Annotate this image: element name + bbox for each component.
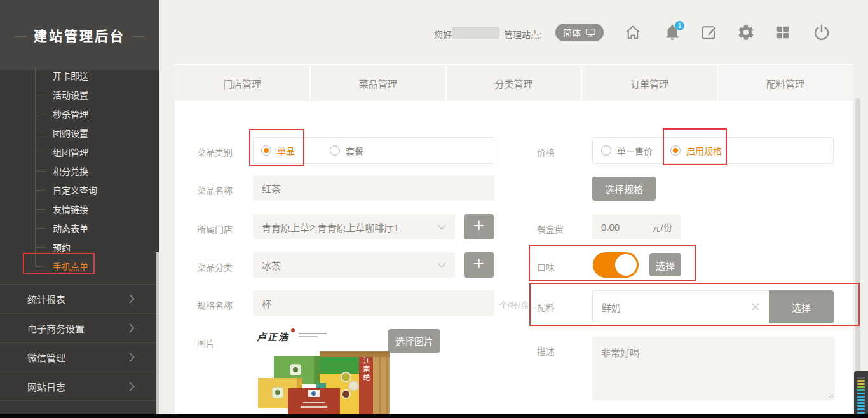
browser-extension-widget[interactable] xyxy=(854,371,868,418)
flavor-toggle[interactable] xyxy=(593,252,639,278)
tab-ingredient-management[interactable]: 配料管理 xyxy=(717,65,853,101)
radio-single-item[interactable]: 单品 xyxy=(261,138,295,163)
wooden-crate-lid xyxy=(320,351,390,357)
sidebar-item-seckill-management[interactable]: 秒杀管理 xyxy=(35,107,88,120)
sidebar-item-label: 友情链接 xyxy=(53,203,88,215)
spec-name-input[interactable] xyxy=(253,290,494,316)
ingredient-input[interactable]: 鲜奶 xyxy=(592,290,769,323)
sidebar-item-mobile-ordering[interactable]: 手机点单 xyxy=(35,260,88,273)
spec-name-label: 规格名称 xyxy=(197,299,233,311)
panel-text: 江南 xyxy=(361,357,371,374)
dish-name-input[interactable] xyxy=(253,175,494,201)
sidebar-group-site-log[interactable]: 网站日志 xyxy=(0,372,159,401)
widget-bar xyxy=(857,383,865,385)
ingredient-label: 配料 xyxy=(537,300,555,313)
resize-handle[interactable] xyxy=(827,393,834,399)
page-scrollbar[interactable] xyxy=(855,98,860,414)
crate-red-panel: 江南绝 xyxy=(359,357,373,414)
power-icon[interactable] xyxy=(813,24,831,41)
username-redacted xyxy=(452,27,499,39)
tree-tick xyxy=(35,247,45,248)
widget-bar xyxy=(857,386,865,388)
sidebar-group-statistics-report[interactable]: 统计报表 xyxy=(0,284,159,313)
brand-calligraphy-text: 卢正浩 xyxy=(257,330,289,343)
tab-store-management[interactable]: 门店管理 xyxy=(175,65,309,101)
dish-class-add-button[interactable]: + xyxy=(464,252,494,278)
sidebar-item-reservation[interactable]: 预约 xyxy=(35,241,71,253)
widget-bar xyxy=(857,393,865,394)
tab-category-management[interactable]: 分类管理 xyxy=(445,65,581,101)
radio-circle xyxy=(330,145,340,156)
widget-bar xyxy=(857,412,865,414)
sidebar-item-activity-settings[interactable]: 活动设置 xyxy=(35,88,88,101)
choose-spec-button[interactable]: 选择规格 xyxy=(592,177,656,201)
sidebar-item-label: 动态表单 xyxy=(53,222,88,234)
clear-x-icon[interactable] xyxy=(751,302,760,311)
sidebar-scrollbar[interactable] xyxy=(156,252,159,414)
box-fee-field[interactable]: 0.00 元/份 xyxy=(592,215,681,239)
greeting-text: 您好 xyxy=(434,28,452,41)
tree-tick xyxy=(35,114,45,114)
sidebar-group-label: 微信管理 xyxy=(27,351,65,364)
tree-tick xyxy=(35,76,45,76)
store-select[interactable]: 青青原上草2,青青原上草咖啡厅1 xyxy=(253,214,455,239)
dish-name-label: 菜品名称 xyxy=(197,184,233,196)
ingredient-select-button[interactable]: 选择 xyxy=(769,290,834,323)
sidebar-item-friendly-links[interactable]: 友情链接 xyxy=(35,203,88,215)
chevron-down-icon xyxy=(437,262,446,268)
sidebar-item-dynamic-forms[interactable]: 动态表单 xyxy=(35,222,88,234)
notifications-bell-icon[interactable]: 1 xyxy=(663,24,681,41)
tab-order-management[interactable]: 订单管理 xyxy=(581,65,717,101)
app-title: 建站管理后台 xyxy=(34,25,125,44)
sidebar-item-label: 预约 xyxy=(53,241,71,253)
box-text-line xyxy=(303,402,325,403)
flavor-label: 口味 xyxy=(537,260,555,273)
choose-image-button[interactable]: 选择图片 xyxy=(388,329,440,353)
widget-bar xyxy=(857,380,865,382)
red-tea-box xyxy=(288,388,340,414)
tree-tick xyxy=(35,228,45,229)
widget-bar xyxy=(857,405,865,407)
description-label: 描述 xyxy=(537,345,555,358)
radio-single-price[interactable]: 单一售价 xyxy=(601,138,653,163)
settings-gear-icon[interactable] xyxy=(737,24,755,41)
sidebar-item-custom-query[interactable]: 自定义查询 xyxy=(35,184,97,196)
chevron-right-icon xyxy=(129,353,135,362)
dish-class-select[interactable]: 冰茶 xyxy=(253,252,455,278)
tab-dish-management[interactable]: 菜品管理 xyxy=(309,65,445,101)
box-label xyxy=(308,390,320,397)
box-fee-value: 0.00 xyxy=(601,222,652,233)
panel-text-2: 绝 xyxy=(361,374,371,382)
brand-subtext-line xyxy=(299,333,327,334)
radio-set-meal[interactable]: 套餐 xyxy=(330,138,363,163)
sidebar-group-ecommerce-settings[interactable]: 电子商务设置 xyxy=(0,313,159,342)
tree-tick xyxy=(35,266,45,267)
apps-grid-icon[interactable] xyxy=(775,24,792,42)
notification-badge: 1 xyxy=(675,21,684,30)
widget-bar xyxy=(857,396,865,398)
sidebar-group-wechat-management[interactable]: 微信管理 xyxy=(0,342,159,372)
edit-icon[interactable] xyxy=(700,24,718,41)
sidebar-item-label: 积分兑换 xyxy=(53,165,88,177)
sidebar-item-groupbuy-settings[interactable]: 团购设置 xyxy=(35,126,88,139)
sidebar-item-points-exchange[interactable]: 积分兑换 xyxy=(35,165,88,177)
bottom-edge-bar xyxy=(0,414,868,418)
language-button[interactable]: 简体 xyxy=(555,24,604,41)
sidebar-item-group-team[interactable]: 组团管理 xyxy=(35,145,88,158)
sidebar-item-label: 组团管理 xyxy=(53,145,88,158)
sidebar-group-label: 网站日志 xyxy=(27,380,65,393)
radio-circle xyxy=(261,145,271,156)
home-icon[interactable] xyxy=(624,24,642,41)
tab-bar: 门店管理 菜品管理 分类管理 订单管理 配料管理 xyxy=(175,65,853,101)
sidebar-item-card-gift[interactable]: 开卡即送 xyxy=(35,69,88,82)
chevron-right-icon xyxy=(129,294,135,304)
store-add-button[interactable]: + xyxy=(464,214,494,239)
price-label: 价格 xyxy=(537,145,555,158)
radio-label: 套餐 xyxy=(346,144,363,157)
description-textarea[interactable]: 非常好喝 xyxy=(592,337,835,400)
dish-category-radio-group: 单品 套餐 xyxy=(253,137,494,164)
radio-enable-spec[interactable]: 启用规格 xyxy=(670,138,722,163)
chevron-down-icon xyxy=(437,224,446,230)
ingredient-value: 鲜奶 xyxy=(602,300,751,314)
flavor-select-button[interactable]: 选择 xyxy=(649,253,681,276)
